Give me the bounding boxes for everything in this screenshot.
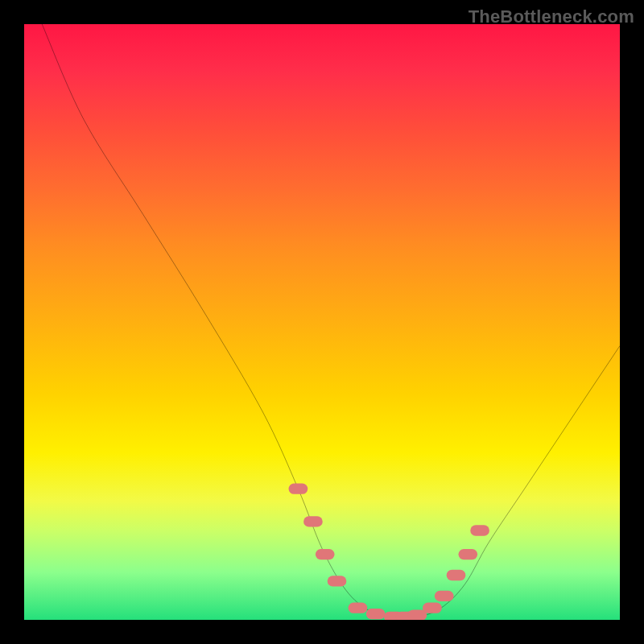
marker-point [458,549,477,559]
marker-point [289,484,308,494]
marker-point [447,570,466,580]
bottleneck-curve [42,24,620,617]
marker-point [435,591,454,601]
marker-point [423,603,442,613]
marker-point [366,609,386,619]
chart-container: TheBottleneck.com [0,0,644,644]
plot-area [24,24,620,620]
marker-point [303,516,323,526]
marker-point [470,525,489,535]
curve-svg [24,24,620,620]
marker-point [349,603,368,613]
marker-point [328,576,347,586]
highlight-markers [289,484,489,620]
marker-point [316,549,335,559]
